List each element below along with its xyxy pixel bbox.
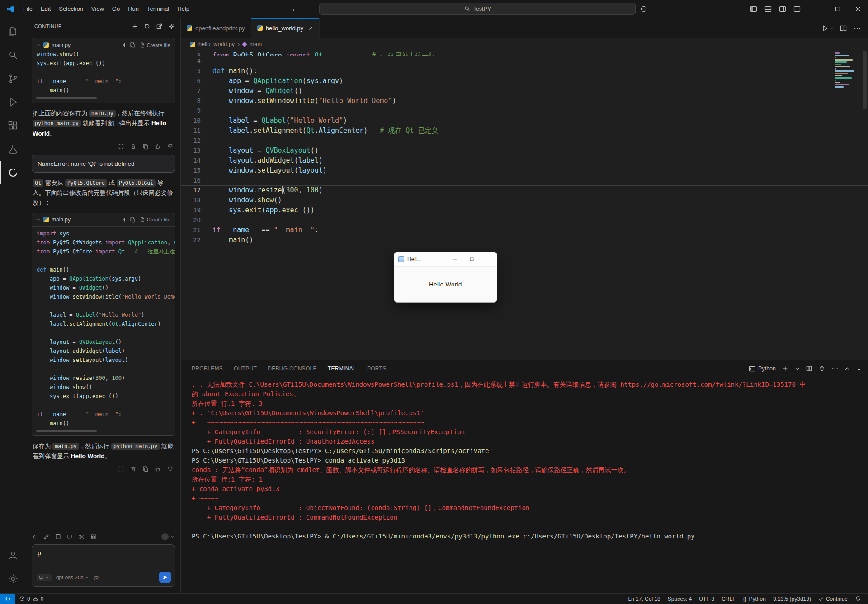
toggle-panel-icon[interactable] (764, 5, 772, 13)
customize-layout-icon[interactable] (793, 5, 801, 13)
editor-line-19[interactable]: 19 sys.exit(app.exec_()) (181, 205, 868, 215)
activitybar-continue[interactable] (0, 161, 26, 184)
create-file-button[interactable]: Create file (140, 217, 170, 222)
activitybar-run-debug[interactable] (0, 90, 26, 114)
breadcrumb[interactable]: hello_world.py › main (181, 38, 868, 51)
menu-help[interactable]: Help (173, 5, 193, 12)
minimap[interactable] (835, 52, 860, 88)
remote-indicator[interactable] (0, 594, 15, 604)
menu-edit[interactable]: Edit (37, 5, 55, 12)
insert-at-cursor-icon[interactable] (120, 42, 126, 48)
horizontal-scrollbar[interactable] (36, 430, 170, 433)
forward-arrow-icon[interactable]: → (304, 5, 315, 13)
qt-title-bar[interactable]: Hell... (394, 252, 497, 267)
activitybar-source-control[interactable] (0, 67, 26, 90)
split-terminal-icon[interactable] (806, 365, 812, 372)
toggle-secondary-sidebar-icon[interactable] (779, 5, 786, 13)
close-tab-icon[interactable] (308, 26, 313, 31)
editor-line-13[interactable]: 13 layout = QVBoxLayout() (181, 145, 868, 155)
copy-icon[interactable] (130, 217, 136, 223)
editor-line-4[interactable]: 4 (181, 56, 868, 66)
send-button[interactable] (159, 572, 171, 583)
editor-line-10[interactable]: 10 label = QLabel("Hello World") (181, 116, 868, 126)
thumbs-down-icon[interactable] (167, 143, 173, 150)
editor-line-14[interactable]: 14 layout.addWidget(label) (181, 155, 868, 165)
editor-line-11[interactable]: 11 label.setAlignment(Qt.AlignCenter) # … (181, 126, 868, 136)
editor-line-8[interactable]: 8 window.setWindowTitle("Hello World Dem… (181, 96, 868, 106)
menu-run[interactable]: Run (124, 5, 143, 12)
chevron-down-icon[interactable] (36, 43, 41, 47)
kill-terminal-icon[interactable] (819, 365, 825, 372)
thumbs-down-icon[interactable] (167, 466, 173, 472)
copilot-icon[interactable] (640, 5, 647, 13)
editor-line-12[interactable]: 12 (181, 136, 868, 145)
thumbs-up-icon[interactable] (155, 466, 161, 472)
tab-openfileandprint[interactable]: openfileandprint.py (181, 18, 251, 38)
maximize-panel-icon[interactable] (844, 366, 850, 371)
eol-status[interactable]: CRLF (718, 596, 739, 602)
activitybar-accounts[interactable] (0, 543, 26, 567)
panel-more-icon[interactable]: ⋯ (831, 365, 838, 373)
close-button[interactable] (848, 0, 868, 18)
menu-file[interactable]: File (19, 5, 37, 12)
thumbs-up-icon[interactable] (155, 143, 161, 150)
editor-line-17[interactable]: 17 window.resize(300, 100) (181, 185, 868, 195)
comment-icon[interactable] (67, 534, 73, 540)
panel-tab-output[interactable]: OUTPUT (234, 360, 257, 377)
activitybar-settings[interactable] (0, 567, 26, 590)
delete-icon[interactable] (130, 143, 137, 150)
editor-line-22[interactable]: 22 main() (181, 235, 868, 245)
scissors-icon[interactable] (79, 534, 85, 540)
editor-line-20[interactable]: 20 (181, 215, 868, 225)
activitybar-search[interactable] (0, 43, 26, 67)
terminal-output[interactable]: . : 无法加载文件 C:\Users\GTi15U\Documents\Win… (181, 377, 868, 593)
encoding-status[interactable]: UTF-8 (695, 596, 718, 602)
close-panel-icon[interactable] (856, 366, 862, 371)
delete-icon[interactable] (130, 466, 137, 472)
new-session-icon[interactable] (132, 23, 138, 30)
editor[interactable]: 3from PyQt5.QtCore import Qt # ← 这里补上这一行… (181, 51, 868, 360)
activitybar-explorer[interactable] (0, 20, 26, 43)
history-icon[interactable] (144, 23, 151, 30)
notifications-bell-icon[interactable] (851, 596, 864, 602)
new-terminal-icon[interactable] (782, 365, 788, 372)
minimize-button[interactable] (807, 0, 827, 18)
continue-status[interactable]: Continue (815, 596, 851, 602)
indentation-status[interactable]: Spaces: 4 (664, 596, 695, 602)
menu-selection[interactable]: Selection (55, 5, 87, 12)
horizontal-scrollbar[interactable] (36, 97, 170, 100)
qt-close-button[interactable] (480, 252, 497, 266)
gear-icon[interactable] (168, 23, 175, 30)
editor-line-18[interactable]: 18 window.show() (181, 195, 868, 205)
insert-at-cursor-icon[interactable] (120, 217, 126, 223)
chevron-down-icon[interactable] (36, 217, 41, 222)
problems-status[interactable]: 0 0 (15, 594, 47, 604)
panel-tab-debug-console[interactable]: DEBUG CONSOLE (268, 360, 317, 377)
editor-line-15[interactable]: 15 window.setLayout(layout) (181, 165, 868, 175)
back-arrow-icon[interactable]: ← (289, 5, 300, 13)
chevron-down-icon[interactable] (795, 366, 800, 371)
chat-input-text[interactable]: p (38, 549, 41, 557)
activitybar-extensions[interactable] (0, 114, 26, 137)
editor-line-9[interactable]: 9 (181, 106, 868, 116)
panel-tab-terminal[interactable]: TERMINAL (328, 360, 356, 377)
editor-scrollbar[interactable] (863, 51, 867, 109)
chat-mode-select[interactable] (37, 574, 52, 581)
python-interpreter-status[interactable]: 3.13.5 (py3d13) (769, 596, 815, 602)
editor-line-6[interactable]: 6 app = QApplication(sys.argv) (181, 76, 868, 86)
open-in-editor-icon[interactable] (156, 23, 163, 30)
copy-icon[interactable] (142, 466, 149, 472)
language-mode-status[interactable]: {}Python (740, 596, 769, 602)
qt-minimize-button[interactable] (447, 252, 463, 266)
toggle-primary-sidebar-icon[interactable] (750, 5, 757, 13)
model-select[interactable]: gpt-oss-20b (56, 575, 89, 580)
expand-icon[interactable] (118, 466, 124, 472)
run-python-file-button[interactable] (822, 25, 833, 32)
maximize-button[interactable] (827, 0, 848, 18)
chat-input-box[interactable]: p gpt-oss-20b @ (32, 544, 175, 587)
copy-icon[interactable] (130, 42, 136, 48)
user-message[interactable]: NameError: name 'Qt' is not defined (32, 155, 175, 173)
command-center-search[interactable]: TestPY (319, 3, 636, 15)
book-icon[interactable] (55, 534, 61, 540)
terminal-profile-select[interactable]: Python (749, 365, 776, 372)
